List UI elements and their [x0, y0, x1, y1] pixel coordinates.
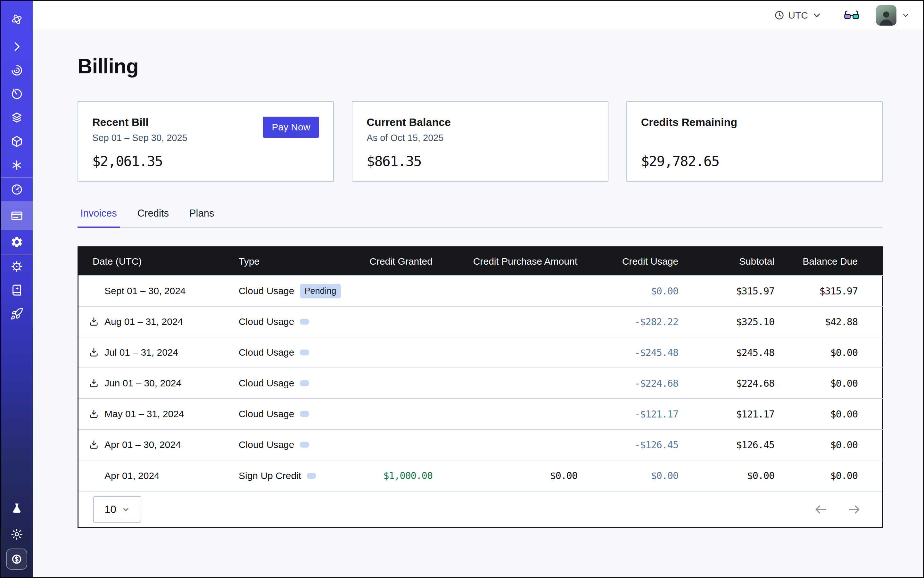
download-icon: [88, 439, 99, 450]
gear-icon: [10, 235, 23, 248]
status-badge: [300, 349, 309, 355]
ship-wheel-icon: [10, 260, 23, 273]
credit-usage-value: -$245.48: [577, 337, 678, 368]
asterisk-icon: [10, 159, 23, 172]
download-invoice-button[interactable]: [88, 408, 100, 420]
download-invoice-button[interactable]: [88, 347, 100, 358]
invoice-type: Cloud Usage: [239, 286, 294, 296]
tab-plans[interactable]: Plans: [187, 208, 217, 227]
sidebar-item-layers[interactable]: [1, 106, 32, 130]
sidebar-item-logo[interactable]: [1, 4, 32, 35]
nerd-glasses-button[interactable]: [843, 10, 860, 21]
sidebar-item-billing[interactable]: [1, 201, 32, 230]
status-badge: [300, 380, 309, 386]
pagination-arrows: [813, 502, 862, 517]
status-badge: [300, 319, 309, 325]
download-invoice-button[interactable]: [88, 439, 100, 450]
summary-cards: Recent Bill Sep 01 – Sep 30, 2025 $2,061…: [78, 101, 883, 182]
credit-usage-value: -$121.17: [577, 399, 678, 429]
invoice-type: Cloud Usage: [239, 347, 294, 358]
tab-invoices[interactable]: Invoices: [78, 208, 120, 227]
user-menu-chevron-icon[interactable]: [901, 11, 910, 19]
sidebar-item-expand[interactable]: [1, 35, 32, 58]
card-subtitle: [641, 133, 868, 144]
balance-due-value: $42.88: [775, 306, 883, 337]
download-invoice-button[interactable]: [88, 377, 100, 389]
recent-bill-card: Recent Bill Sep 01 – Sep 30, 2025 $2,061…: [78, 101, 334, 182]
invoice-date: Jul 01 – 31, 2024: [104, 347, 178, 358]
invoice-date: Aug 01 – 31, 2024: [104, 316, 183, 327]
layers-icon: [10, 111, 23, 124]
download-invoice-button[interactable]: [88, 316, 100, 328]
credits-remaining-amount: $29,782.65: [641, 153, 868, 169]
subtotal-value: $126.45: [678, 429, 775, 460]
credits-remaining-card: Credits Remaining $29,782.65: [626, 101, 883, 182]
sidebar-item-docs[interactable]: [1, 278, 32, 302]
credit-granted-value: [349, 368, 432, 399]
sidebar-item-history[interactable]: [1, 82, 32, 106]
invoice-row: Jun 01 – 30, 2024 Cloud Usage -$224.68 $…: [78, 368, 883, 399]
billing-tabs: Invoices Credits Plans: [78, 208, 883, 228]
arrow-left-icon: [814, 502, 828, 516]
chevron-down-icon: [812, 10, 822, 21]
sidebar-item-launch[interactable]: [1, 302, 32, 326]
subtotal-value: $315.97: [678, 276, 775, 306]
next-page-button[interactable]: [846, 502, 862, 517]
subtotal-value: $121.17: [678, 399, 775, 429]
card-subtitle: As of Oct 15, 2025: [367, 133, 593, 144]
credit-purchase-value: [432, 276, 577, 306]
status-badge: [307, 473, 316, 479]
credit-usage-value: $0.00: [577, 460, 678, 491]
credit-purchase-value: [432, 368, 577, 399]
credit-usage-value: -$282.22: [577, 306, 678, 337]
table-pagination: 10: [78, 491, 882, 527]
download-icon: [88, 316, 99, 327]
previous-page-button[interactable]: [813, 502, 828, 517]
subtotal-value: $245.48: [678, 337, 775, 368]
col-subtotal: Subtotal: [678, 247, 775, 276]
credit-purchase-value: $0.00: [432, 460, 577, 491]
user-avatar[interactable]: [876, 5, 896, 26]
balance-due-value: $0.00: [775, 337, 883, 368]
chevron-right-icon: [10, 40, 23, 53]
credit-purchase-value: [432, 429, 577, 460]
invoice-row: May 01 – 31, 2024 Cloud Usage -$121.17 $…: [78, 399, 883, 429]
sidebar-item-rewards[interactable]: [6, 549, 27, 570]
sidebar-item-labs[interactable]: [1, 497, 32, 520]
gauge-icon: [10, 183, 23, 196]
credit-purchase-value: [432, 337, 577, 368]
timezone-selector[interactable]: UTC: [774, 10, 822, 21]
sidebar-bottom: [1, 497, 32, 577]
page-size-select[interactable]: 10: [93, 496, 141, 523]
billing-page: Billing Recent Bill Sep 01 – Sep 30, 202…: [32, 30, 923, 577]
invoice-row: Jul 01 – 31, 2024 Cloud Usage -$245.48 $…: [78, 337, 883, 368]
sidebar-item-packages[interactable]: [1, 130, 32, 153]
tab-credits[interactable]: Credits: [135, 208, 172, 227]
invoice-type: Cloud Usage: [239, 316, 294, 327]
credit-granted-value: [349, 306, 432, 337]
status-badge: [300, 442, 309, 448]
sidebar: [1, 1, 32, 577]
invoice-date: Apr 01 – 30, 2024: [104, 439, 181, 450]
balance-due-value: $0.00: [775, 460, 883, 491]
page-title: Billing: [78, 54, 883, 78]
invoice-type: Sign Up Credit: [239, 470, 301, 481]
sidebar-item-fleet[interactable]: [1, 254, 32, 278]
chevron-down-icon: [122, 505, 130, 514]
nerd-glasses-icon: [843, 10, 860, 21]
timer-icon: [10, 88, 23, 101]
download-placeholder: [88, 285, 100, 297]
sidebar-item-theme[interactable]: [1, 523, 32, 546]
sidebar-item-settings[interactable]: [1, 230, 32, 254]
credit-usage-value: $0.00: [577, 276, 678, 306]
sidebar-item-usage[interactable]: [1, 177, 32, 201]
pay-now-button[interactable]: Pay Now: [263, 117, 319, 138]
book-sparkle-icon: [10, 284, 23, 297]
main-area: UTC Billing Recent Bill Sep 01 – Sep 30,…: [32, 1, 923, 577]
current-balance-card: Current Balance As of Oct 15, 2025 $861.…: [352, 101, 608, 182]
sidebar-item-services[interactable]: [1, 153, 32, 177]
arrow-right-icon: [847, 502, 861, 516]
download-icon: [88, 378, 99, 389]
spiral-icon: [10, 64, 23, 77]
sidebar-item-observe[interactable]: [1, 58, 32, 82]
